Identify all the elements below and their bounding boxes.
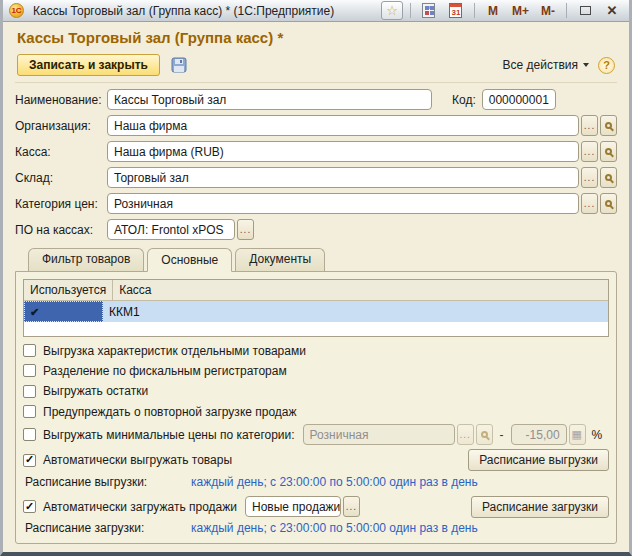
memory-m-button[interactable]: M — [482, 1, 504, 20]
all-actions-button[interactable]: Все действия — [501, 58, 591, 72]
magnifier-icon — [481, 431, 488, 438]
load-schedule-label: Расписание загрузки: — [25, 521, 191, 535]
magnifier-icon — [605, 200, 612, 207]
tab-main[interactable]: Основные — [147, 248, 232, 272]
memory-m-plus-button[interactable]: M+ — [509, 1, 532, 20]
organization-open-button[interactable] — [600, 115, 617, 136]
kassa-cell[interactable]: ККМ1 — [103, 301, 608, 322]
checkbox[interactable] — [23, 405, 36, 418]
min-price-category-input: Розничная — [303, 424, 455, 445]
titlebar: Кассы Торговый зал (Группа касс) * (1С:П… — [3, 0, 629, 22]
warehouse-open-button[interactable] — [600, 167, 617, 188]
name-row: Наименование: Кассы Торговый зал Код: 00… — [15, 89, 617, 110]
calculator-grid-icon: ▦ — [571, 429, 582, 440]
calculator-picker-button: ▦ — [569, 424, 586, 445]
checkbox[interactable] — [23, 454, 36, 467]
save-and-close-button[interactable]: Записать и закрыть — [17, 54, 160, 76]
price-category-input[interactable]: Розничная — [107, 193, 579, 214]
app-window: Кассы Торговый зал (Группа касс) * (1С:П… — [0, 0, 632, 556]
price-category-row: Категория цен: Розничная ... — [15, 193, 617, 214]
tab-goods-filter[interactable]: Фильтр товаров — [28, 248, 144, 271]
min-price-category-select-button: ... — [457, 424, 474, 445]
price-category-label: Категория цен: — [15, 197, 107, 211]
checkbox[interactable] — [23, 385, 36, 398]
star-icon: ☆ — [386, 4, 398, 17]
percent-sign: % — [592, 428, 603, 442]
price-category-select-button[interactable]: ... — [581, 193, 598, 214]
pos-software-label: ПО на кассах: — [15, 223, 107, 237]
pos-software-input[interactable]: АТОЛ: Frontol xPOS — [107, 219, 235, 240]
save-button[interactable] — [167, 54, 191, 76]
tab-strip: Фильтр товаров Основные Документы — [28, 248, 617, 271]
sales-mode-input[interactable]: Новые продажи — [245, 496, 341, 517]
checkbox[interactable] — [23, 364, 36, 377]
favorites-button[interactable]: ☆ — [381, 1, 403, 20]
min-price-category-open-button — [476, 424, 493, 445]
titlebar-separator — [410, 3, 411, 18]
1c-logo-icon — [9, 3, 24, 18]
calculator-button[interactable] — [418, 1, 440, 20]
page-title: Кассы Торговый зал (Группа касс) * — [17, 29, 617, 46]
option-unload-characteristics: Выгрузка характеристик отдельными товара… — [23, 343, 609, 358]
unload-schedule-label: Расписание выгрузки: — [25, 475, 191, 489]
load-schedule-button[interactable]: Расписание загрузки — [471, 496, 609, 518]
kkm-table-header: Используется Касса — [24, 280, 608, 301]
calculator-icon — [422, 3, 435, 18]
option-fiscal-split: Разделение по фискальным регистраторам — [23, 363, 609, 378]
main-tab-panel: Используется Касса ККМ1 Выгрузка характе… — [15, 271, 617, 544]
floppy-icon — [171, 57, 187, 73]
titlebar-separator — [566, 3, 567, 18]
organization-input[interactable]: Наша фирма — [107, 115, 579, 136]
option-warn-repeat-load: Предупреждать о повторной загрузке прода… — [23, 404, 609, 419]
kassa-select-button[interactable]: ... — [581, 141, 598, 162]
kassa-input[interactable]: Наша фирма (RUB) — [107, 141, 579, 162]
calendar-button[interactable]: 31 — [445, 1, 467, 20]
maximize-button[interactable] — [574, 1, 596, 20]
organization-select-button[interactable]: ... — [581, 115, 598, 136]
pos-software-row: ПО на кассах: АТОЛ: Frontol xPOS ... — [15, 219, 617, 240]
window-title: Кассы Торговый зал (Группа касс) * (1С:П… — [29, 4, 376, 18]
organization-row: Организация: Наша фирма ... — [15, 115, 617, 136]
magnifier-icon — [605, 148, 612, 155]
warehouse-label: Склад: — [15, 171, 107, 185]
load-schedule-link[interactable]: каждый день; с 23:00:00 по 5:00:00 один … — [191, 521, 478, 535]
sales-mode-select-button[interactable]: ... — [343, 496, 360, 517]
code-input[interactable]: 000000001 — [482, 89, 556, 110]
price-category-open-button[interactable] — [600, 193, 617, 214]
option-min-prices: Выгружать минимальные цены по категории:… — [23, 424, 609, 445]
pos-software-select-button[interactable]: ... — [237, 219, 254, 240]
used-cell[interactable] — [24, 301, 103, 322]
name-input[interactable]: Кассы Торговый зал — [107, 89, 432, 110]
name-label: Наименование: — [15, 93, 107, 107]
magnifier-icon — [605, 174, 612, 181]
checkbox[interactable] — [23, 428, 36, 441]
table-row[interactable]: ККМ1 — [24, 301, 608, 322]
checkmark-icon — [30, 305, 39, 319]
option-unload-balances: Выгружать остатки — [23, 384, 609, 399]
chevron-down-icon — [583, 63, 589, 70]
kassa-open-button[interactable] — [600, 141, 617, 162]
form-page: Кассы Торговый зал (Группа касс) * Запис… — [3, 22, 629, 552]
organization-label: Организация: — [15, 119, 107, 133]
unload-schedule-row: Расписание выгрузки: каждый день; с 23:0… — [23, 474, 609, 489]
unload-schedule-link[interactable]: каждый день; с 23:00:00 по 5:00:00 один … — [191, 475, 478, 489]
unload-schedule-button[interactable]: Расписание выгрузки — [468, 449, 609, 471]
option-auto-unload-goods: Автоматически выгружать товары Расписани… — [23, 449, 609, 471]
warehouse-select-button[interactable]: ... — [581, 167, 598, 188]
tab-documents[interactable]: Документы — [235, 248, 325, 271]
code-label: Код: — [452, 93, 476, 107]
kkm-table: Используется Касса ККМ1 — [23, 279, 609, 337]
min-price-percent-input: -15,00 — [511, 424, 567, 445]
kassa-row: Касса: Наша фирма (RUB) ... — [15, 141, 617, 162]
column-header-kassa[interactable]: Касса — [113, 280, 608, 300]
table-empty-area — [24, 322, 608, 336]
column-header-used[interactable]: Используется — [24, 280, 113, 300]
help-button[interactable]: ? — [598, 57, 615, 74]
close-button[interactable]: ✕ — [601, 1, 623, 20]
checkbox[interactable] — [23, 344, 36, 357]
maximize-icon — [580, 6, 591, 15]
checkbox[interactable] — [23, 500, 36, 513]
warehouse-input[interactable]: Торговый зал — [107, 167, 579, 188]
warehouse-row: Склад: Торговый зал ... — [15, 167, 617, 188]
memory-m-minus-button[interactable]: M- — [537, 1, 559, 20]
